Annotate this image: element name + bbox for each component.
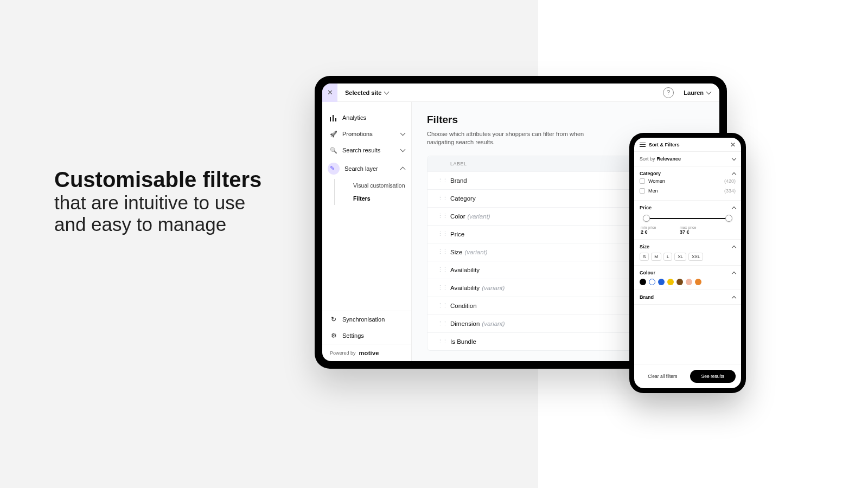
filter-variant: (variant): [467, 213, 490, 220]
drag-handle-icon[interactable]: ⋮⋮: [437, 230, 443, 237]
checkbox-women[interactable]: Women (420): [640, 176, 736, 186]
filter-name: Color: [450, 213, 465, 220]
powered-by: Powered by motive: [322, 344, 411, 361]
site-selector[interactable]: Selected site: [345, 89, 388, 96]
drag-handle-icon[interactable]: ⋮⋮: [437, 302, 443, 309]
filter-variant: (variant): [464, 249, 487, 255]
sidebar-item-promotions[interactable]: Promotions: [322, 126, 411, 142]
slider-handle-min[interactable]: [643, 215, 650, 222]
close-icon[interactable]: ✕: [730, 141, 736, 149]
min-price-value: 2 €: [641, 229, 670, 235]
slider-handle-max[interactable]: [725, 215, 732, 222]
min-price-label: min price: [641, 226, 670, 229]
section-title: Category: [640, 171, 661, 176]
sync-icon: [330, 316, 337, 323]
sidebar-item-label: Promotions: [342, 131, 396, 137]
chevron-down-icon: [706, 89, 712, 94]
colour-swatch[interactable]: [649, 279, 655, 285]
sliders-icon: [640, 143, 646, 147]
sidebar-item-settings[interactable]: Settings: [322, 328, 411, 344]
col-label: LABEL: [450, 161, 467, 166]
drag-handle-icon[interactable]: ⋮⋮: [437, 284, 443, 291]
max-price-value: 37 €: [680, 229, 709, 235]
drag-handle-icon[interactable]: ⋮⋮: [437, 195, 443, 202]
size-option[interactable]: XXL: [688, 253, 703, 261]
drag-handle-icon[interactable]: ⋮⋮: [437, 338, 443, 345]
section-header-brand[interactable]: Brand: [640, 294, 736, 300]
sidebar-item-search-layer[interactable]: Search layer: [322, 158, 411, 179]
sidebar-item-search-results[interactable]: Search results: [322, 142, 411, 158]
drag-handle-icon[interactable]: ⋮⋮: [437, 266, 443, 273]
section-header-category[interactable]: Category: [640, 171, 736, 176]
section-title: Price: [640, 205, 652, 210]
colour-swatch[interactable]: [695, 279, 701, 285]
size-option[interactable]: XL: [674, 253, 686, 261]
rocket-icon: [330, 130, 337, 138]
sidebar-sub-visual-customisation[interactable]: Visual customisation: [334, 179, 411, 192]
sidebar-item-analytics[interactable]: Analytics: [322, 110, 411, 126]
section-category: Category Women (420) Men (334): [634, 166, 741, 201]
section-header-colour[interactable]: Colour: [640, 270, 736, 275]
powered-by-brand: motive: [359, 350, 379, 356]
section-colour: Colour: [634, 266, 741, 290]
size-options: SMLXLXXL: [640, 253, 736, 261]
topbar: ✕ Selected site ? Lauren: [322, 84, 719, 102]
drag-handle-icon[interactable]: ⋮⋮: [437, 213, 443, 220]
storefront-filters-panel: Sort & Filters ✕ Sort by Relevance Categ…: [634, 138, 741, 388]
colour-swatch[interactable]: [676, 279, 683, 285]
sort-row[interactable]: Sort by Relevance: [634, 152, 741, 166]
filter-variant: (variant): [482, 285, 505, 291]
section-header-price[interactable]: Price: [640, 205, 736, 210]
drag-handle-icon[interactable]: ⋮⋮: [437, 248, 443, 255]
hero-title: Customisable filters: [54, 168, 282, 191]
filter-name: Price: [450, 231, 464, 237]
price-slider[interactable]: [642, 213, 733, 224]
sort-value: Relevance: [657, 156, 681, 162]
help-icon[interactable]: ?: [663, 87, 674, 98]
chevron-up-icon: [732, 296, 736, 300]
user-menu[interactable]: Lauren: [684, 89, 711, 96]
chevron-up-icon: [400, 167, 406, 172]
chevron-down-icon: [400, 147, 406, 152]
analytics-icon: [330, 114, 337, 121]
chevron-up-icon: [732, 271, 736, 275]
drag-handle-icon[interactable]: ⋮⋮: [437, 320, 443, 327]
checkbox-icon: [640, 188, 645, 194]
hero-copy: Customisable filters that are intuitive …: [54, 168, 282, 236]
size-option[interactable]: L: [663, 253, 672, 261]
colour-swatch[interactable]: [667, 279, 674, 285]
chevron-up-icon: [732, 206, 736, 210]
drag-handle-icon[interactable]: ⋮⋮: [437, 177, 443, 184]
filter-name: Availability: [450, 285, 480, 291]
gear-icon: [330, 332, 337, 339]
section-header-size[interactable]: Size: [640, 244, 736, 249]
see-results-button[interactable]: See results: [690, 370, 736, 383]
clear-filters-button[interactable]: Clear all filters: [640, 370, 686, 383]
chevron-up-icon: [732, 245, 736, 249]
page-title: Filters: [427, 114, 704, 126]
colour-swatch[interactable]: [686, 279, 692, 285]
sidebar-item-label: Search results: [342, 147, 396, 153]
chevron-down-icon: [732, 156, 736, 160]
sidebar-item-synchronisation[interactable]: Synchronisation: [322, 311, 411, 328]
site-selector-label: Selected site: [345, 89, 381, 96]
colour-swatch[interactable]: [658, 279, 665, 285]
size-option[interactable]: S: [640, 253, 649, 261]
sidebar-item-label: Search layer: [344, 165, 396, 172]
sidebar-item-label: Settings: [342, 332, 406, 339]
sort-prefix: Sort by: [640, 156, 655, 162]
chevron-down-icon: [400, 131, 406, 136]
checkbox-men[interactable]: Men (334): [640, 186, 736, 196]
size-option[interactable]: M: [651, 253, 661, 261]
filter-name: Availability: [450, 267, 480, 273]
filter-name: Brand: [450, 177, 467, 184]
phone-device: Sort & Filters ✕ Sort by Relevance Categ…: [629, 133, 746, 393]
checkbox-label: Men: [648, 188, 658, 194]
close-button[interactable]: ✕: [322, 84, 337, 102]
section-title: Brand: [640, 294, 654, 300]
filter-variant: (variant): [482, 320, 505, 327]
filter-name: Is Bundle: [450, 338, 476, 345]
sidebar-sub-filters[interactable]: Filters: [334, 192, 411, 205]
chevron-down-icon: [384, 89, 390, 94]
colour-swatch[interactable]: [640, 279, 646, 285]
